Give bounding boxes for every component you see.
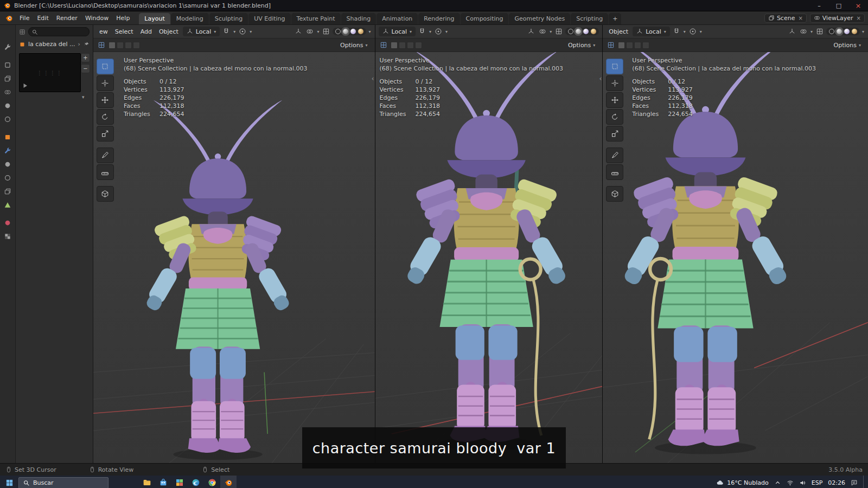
xray-toggle[interactable] (321, 27, 331, 36)
overlays-toggle[interactable] (305, 27, 315, 36)
tab-compositing[interactable]: Compositing (461, 13, 509, 24)
material-preview-icon[interactable] (583, 29, 589, 34)
physics-tab-icon[interactable] (4, 174, 11, 182)
close-icon[interactable]: × (857, 15, 861, 21)
region-collapse-icon[interactable]: ‹ (372, 75, 374, 82)
view-layer-selector[interactable]: ViewLayer × (810, 14, 865, 23)
proportional-editing-toggle[interactable] (433, 27, 443, 36)
world-tab-icon[interactable] (4, 115, 11, 123)
tool-annotate[interactable] (97, 147, 114, 163)
rendered-shading-icon[interactable] (852, 29, 857, 34)
snap-magnet-toggle[interactable] (221, 27, 231, 36)
wireframe-shading-icon[interactable] (829, 29, 834, 34)
network-icon[interactable] (787, 479, 794, 486)
xray-toggle[interactable] (554, 27, 564, 36)
menu-select[interactable]: Select (112, 28, 136, 36)
menu-add[interactable]: Add (138, 28, 155, 36)
object-data-tab-icon[interactable] (4, 201, 11, 209)
tool-scale[interactable] (97, 126, 114, 142)
view-layer-tab-icon[interactable] (4, 88, 11, 96)
mode-toggle-group[interactable] (108, 42, 140, 49)
menu-view-cropped[interactable]: ew (97, 28, 111, 36)
taskbar-search[interactable]: Buscar (18, 477, 108, 488)
solid-shading-icon[interactable] (576, 29, 581, 34)
maximize-button[interactable]: □ (829, 0, 848, 11)
tool-select-box[interactable] (97, 59, 114, 74)
mode-toggle-group[interactable] (618, 42, 649, 49)
rendered-shading-icon[interactable] (591, 29, 596, 34)
scene-selector[interactable]: Scene × (764, 14, 807, 23)
chevron-down-icon[interactable]: ▾ (429, 29, 432, 34)
options-dropdown[interactable]: Options ▾ (338, 41, 370, 50)
3d-viewport-canvas[interactable]: User Perspective (68) Scene Collection |… (93, 52, 375, 463)
tool-cursor[interactable] (606, 75, 623, 91)
show-gizmo-toggle[interactable] (787, 27, 797, 36)
tab-layout[interactable]: Layout (139, 13, 170, 24)
tray-expand-icon[interactable] (774, 479, 781, 486)
menu-window[interactable]: Window (81, 14, 112, 23)
tab-uv-editing[interactable]: UV Editing (248, 13, 290, 24)
material-tab-icon[interactable] (4, 219, 11, 227)
blender-taskbar-icon[interactable] (220, 476, 237, 488)
keyboard-language[interactable]: ESP (812, 479, 823, 486)
tool-measure[interactable] (97, 164, 114, 180)
modifiers-tab-icon[interactable] (4, 147, 11, 155)
output-tab-icon[interactable] (4, 75, 11, 82)
render-tab-icon[interactable] (4, 61, 11, 69)
search-input[interactable] (28, 27, 90, 36)
show-gizmo-toggle[interactable] (526, 27, 536, 36)
tool-rotate[interactable] (606, 109, 623, 125)
menu-object[interactable]: Object (156, 28, 181, 36)
show-gizmo-toggle[interactable] (293, 27, 303, 36)
region-collapse-icon[interactable]: ‹ (599, 75, 602, 82)
shading-mode-switcher[interactable] (826, 28, 860, 35)
menu-help[interactable]: Help (112, 14, 133, 23)
mode-toggle-group[interactable] (391, 42, 422, 49)
tab-texture-paint[interactable]: Texture Paint (291, 13, 341, 24)
notifications-icon[interactable] (851, 479, 858, 486)
play-icon[interactable] (22, 82, 28, 89)
3d-viewport-canvas[interactable]: User Perspective (68) Scene Collection |… (603, 52, 868, 463)
material-preview-icon[interactable] (844, 29, 850, 34)
add-workspace-button[interactable]: + (609, 13, 621, 24)
proportional-editing-toggle[interactable] (688, 27, 698, 36)
wireframe-shading-icon[interactable] (568, 29, 573, 34)
tool-tab-icon[interactable] (4, 43, 11, 51)
menu-object[interactable]: Object (606, 28, 631, 36)
overlays-toggle[interactable] (799, 27, 808, 36)
chevron-right-icon[interactable]: › (78, 41, 80, 48)
material-preview-icon[interactable] (350, 29, 356, 34)
chevron-down-icon[interactable]: ▾ (683, 29, 686, 34)
editor-type-icon[interactable] (380, 41, 387, 49)
chevron-down-icon[interactable]: ▾ (233, 29, 236, 34)
transform-orientation-dropdown[interactable]: Local ▾ (379, 27, 416, 36)
photos-icon[interactable] (171, 476, 188, 488)
volume-icon[interactable] (799, 479, 806, 486)
options-dropdown[interactable]: Options ▾ (832, 41, 864, 50)
chevron-down-icon[interactable]: ▾ (445, 29, 448, 34)
options-dropdown[interactable]: Options ▾ (566, 41, 598, 50)
scene-tab-icon[interactable] (4, 102, 11, 110)
tool-measure[interactable] (606, 164, 623, 180)
tool-cursor[interactable] (97, 75, 114, 91)
breadcrumb[interactable]: la cabeza del ... › (16, 38, 93, 50)
shading-mode-switcher[interactable] (565, 28, 599, 35)
preview-box[interactable]: ⋮⋮⋮⋮ (19, 53, 81, 92)
proportional-editing-toggle[interactable] (238, 27, 247, 36)
editor-type-icon[interactable] (98, 41, 105, 49)
texture-tab-icon[interactable] (4, 233, 11, 240)
store-icon[interactable] (155, 476, 171, 488)
solid-shading-icon[interactable] (343, 29, 348, 34)
tab-animation[interactable]: Animation (376, 13, 418, 24)
minimize-button[interactable]: – (809, 0, 829, 11)
tool-move[interactable] (606, 92, 623, 108)
wireframe-shading-icon[interactable] (335, 29, 341, 34)
chevron-down-icon[interactable]: ▾ (699, 29, 703, 34)
shading-mode-switcher[interactable] (333, 28, 366, 35)
chevron-down-icon[interactable]: ▾ (810, 29, 813, 34)
show-desktop-button[interactable] (863, 476, 866, 488)
blender-menu-icon[interactable] (5, 14, 13, 22)
transform-orientation-dropdown[interactable]: Local ▾ (183, 27, 220, 36)
object-tab-icon[interactable] (4, 133, 11, 141)
constraints-tab-icon[interactable] (4, 188, 11, 195)
